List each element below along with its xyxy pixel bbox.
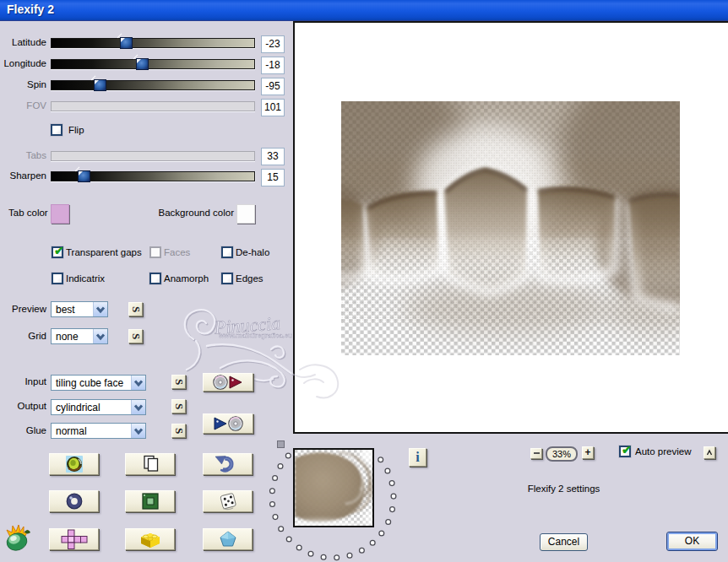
svg-text:www.maildiregrafica.eu: www.maildiregrafica.eu (218, 332, 292, 339)
svg-text:Pinuccia: Pinuccia (213, 312, 281, 338)
